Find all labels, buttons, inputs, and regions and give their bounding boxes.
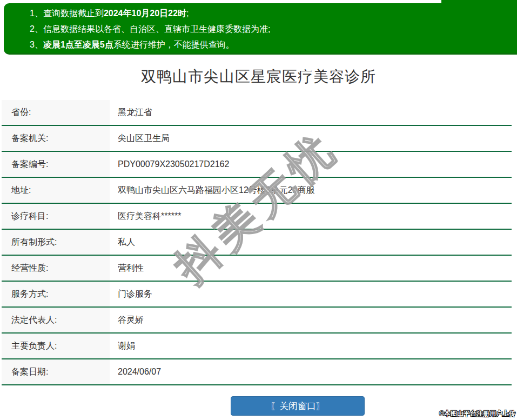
notice-item-number: 2、 <box>30 24 43 34</box>
notice-item-text: 查询数据截止到 <box>43 9 104 18</box>
record-label: 省份: <box>2 100 110 125</box>
record-value: 医疗美容科****** <box>110 204 512 229</box>
notice-item-highlight: 凌晨1点至凌晨5点 <box>43 40 113 49</box>
table-row: 备案机关: 尖山区卫生局 <box>2 126 512 152</box>
table-row: 省份: 黑龙江省 <box>2 100 512 126</box>
notice-banner: 1、查询数据截止到2024年10月20日22时; 2、信息数据结果以各省、自治区… <box>4 3 517 55</box>
record-value: 2024/06/07 <box>110 359 512 384</box>
close-window-button[interactable]: 〖关闭窗口〗 <box>231 396 365 416</box>
footer-note: ©本图由平台注册用户上传 <box>439 409 515 418</box>
record-label: 备案编号: <box>2 152 110 177</box>
table-row: 备案编号: PDY00079X23050217D2162 <box>2 152 512 178</box>
record-label: 诊疗科目: <box>2 204 110 229</box>
table-row: 备案日期: 2024/06/07 <box>2 359 512 385</box>
record-label: 备案机关: <box>2 126 110 151</box>
record-value: 营利性 <box>110 256 512 281</box>
record-label: 法定代表人: <box>2 308 110 332</box>
notice-item-highlight: 2024年10月20日22时 <box>104 9 186 18</box>
notice-item-2: 2、信息数据结果以各省、自治区、直辖市卫生健康委数据为准; <box>30 21 517 37</box>
record-label: 备案日期: <box>2 359 110 384</box>
page-title: 双鸭山市尖山区星宸医疗美容诊所 <box>0 66 517 87</box>
notice-item-text: ; <box>186 9 189 18</box>
notice-item-number: 1、 <box>30 9 43 18</box>
notice-item-text: 信息数据结果以各省、自治区、直辖市卫生健康委数据为准; <box>43 24 270 34</box>
record-label: 服务方式: <box>2 282 110 306</box>
record-value: 尖山区卫生局 <box>110 126 512 151</box>
record-label: 主要负责人: <box>2 334 110 358</box>
table-row: 主要负责人: 谢娟 <box>2 334 512 359</box>
table-row: 诊疗科目: 医疗美容科****** <box>2 204 512 230</box>
record-value: 私人 <box>110 230 512 255</box>
notice-item-1: 1、查询数据截止到2024年10月20日22时; <box>30 5 517 21</box>
record-value: 谢娟 <box>110 334 512 358</box>
record-label: 经营性质: <box>2 256 110 281</box>
notice-item-text: 系统进行维护，不能提供查询。 <box>113 40 234 49</box>
record-value: 门诊服务 <box>110 282 512 306</box>
table-row: 经营性质: 营利性 <box>2 256 512 282</box>
table-row: 地址: 双鸭山市尖山区六马路福园小区12号楼3单元2#商服 <box>2 178 512 204</box>
record-label: 所有制形式: <box>2 230 110 255</box>
notice-item-3: 3、凌晨1点至凌晨5点系统进行维护，不能提供查询。 <box>30 37 517 52</box>
table-row: 服务方式: 门诊服务 <box>2 282 512 308</box>
table-row: 所有制形式: 私人 <box>2 230 512 256</box>
record-value: 双鸭山市尖山区六马路福园小区12号楼3单元2#商服 <box>110 178 512 203</box>
record-value: 黑龙江省 <box>110 100 512 125</box>
table-row: 法定代表人: 谷灵娇 <box>2 308 512 334</box>
record-table: 省份: 黑龙江省 备案机关: 尖山区卫生局 备案编号: PDY00079X230… <box>2 100 512 385</box>
record-value: 谷灵娇 <box>110 308 512 332</box>
record-value: PDY00079X23050217D2162 <box>110 152 512 177</box>
record-label: 地址: <box>2 178 110 203</box>
notice-item-number: 3、 <box>30 40 43 49</box>
